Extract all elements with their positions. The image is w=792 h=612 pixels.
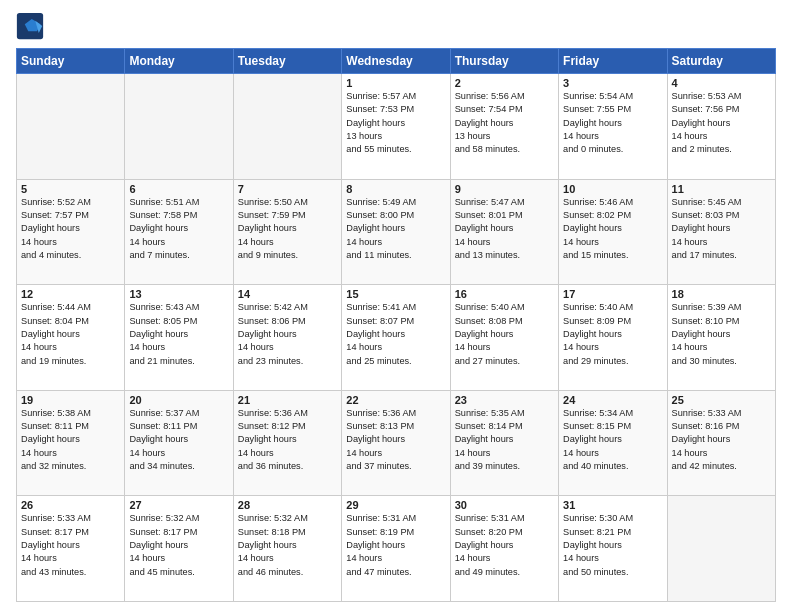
day-number: 11 — [672, 183, 771, 195]
day-info: Sunrise: 5:40 AMSunset: 8:09 PMDaylight … — [563, 301, 662, 368]
day-cell: 8 Sunrise: 5:49 AMSunset: 8:00 PMDayligh… — [342, 179, 450, 285]
day-info: Sunrise: 5:32 AMSunset: 8:18 PMDaylight … — [238, 512, 337, 579]
day-number: 14 — [238, 288, 337, 300]
day-info: Sunrise: 5:47 AMSunset: 8:01 PMDaylight … — [455, 196, 554, 263]
day-info: Sunrise: 5:56 AMSunset: 7:54 PMDaylight … — [455, 90, 554, 157]
day-number: 9 — [455, 183, 554, 195]
day-cell: 2 Sunrise: 5:56 AMSunset: 7:54 PMDayligh… — [450, 74, 558, 180]
dow-header: Friday — [559, 49, 667, 74]
day-info: Sunrise: 5:52 AMSunset: 7:57 PMDaylight … — [21, 196, 120, 263]
day-info: Sunrise: 5:44 AMSunset: 8:04 PMDaylight … — [21, 301, 120, 368]
day-info: Sunrise: 5:42 AMSunset: 8:06 PMDaylight … — [238, 301, 337, 368]
day-cell: 15 Sunrise: 5:41 AMSunset: 8:07 PMDaylig… — [342, 285, 450, 391]
day-number: 3 — [563, 77, 662, 89]
day-info: Sunrise: 5:34 AMSunset: 8:15 PMDaylight … — [563, 407, 662, 474]
header — [16, 12, 776, 40]
day-info: Sunrise: 5:51 AMSunset: 7:58 PMDaylight … — [129, 196, 228, 263]
calendar-week-row: 19 Sunrise: 5:38 AMSunset: 8:11 PMDaylig… — [17, 390, 776, 496]
day-cell: 16 Sunrise: 5:40 AMSunset: 8:08 PMDaylig… — [450, 285, 558, 391]
day-cell: 31 Sunrise: 5:30 AMSunset: 8:21 PMDaylig… — [559, 496, 667, 602]
day-cell: 12 Sunrise: 5:44 AMSunset: 8:04 PMDaylig… — [17, 285, 125, 391]
day-cell: 20 Sunrise: 5:37 AMSunset: 8:11 PMDaylig… — [125, 390, 233, 496]
day-cell: 25 Sunrise: 5:33 AMSunset: 8:16 PMDaylig… — [667, 390, 775, 496]
day-of-week-row: SundayMondayTuesdayWednesdayThursdayFrid… — [17, 49, 776, 74]
day-cell: 22 Sunrise: 5:36 AMSunset: 8:13 PMDaylig… — [342, 390, 450, 496]
day-number: 20 — [129, 394, 228, 406]
day-info: Sunrise: 5:40 AMSunset: 8:08 PMDaylight … — [455, 301, 554, 368]
empty-day-cell — [125, 74, 233, 180]
day-cell: 3 Sunrise: 5:54 AMSunset: 7:55 PMDayligh… — [559, 74, 667, 180]
day-number: 27 — [129, 499, 228, 511]
day-number: 24 — [563, 394, 662, 406]
day-number: 17 — [563, 288, 662, 300]
day-cell: 19 Sunrise: 5:38 AMSunset: 8:11 PMDaylig… — [17, 390, 125, 496]
day-cell: 13 Sunrise: 5:43 AMSunset: 8:05 PMDaylig… — [125, 285, 233, 391]
day-info: Sunrise: 5:33 AMSunset: 8:17 PMDaylight … — [21, 512, 120, 579]
day-info: Sunrise: 5:32 AMSunset: 8:17 PMDaylight … — [129, 512, 228, 579]
day-cell: 7 Sunrise: 5:50 AMSunset: 7:59 PMDayligh… — [233, 179, 341, 285]
day-cell: 5 Sunrise: 5:52 AMSunset: 7:57 PMDayligh… — [17, 179, 125, 285]
day-info: Sunrise: 5:45 AMSunset: 8:03 PMDaylight … — [672, 196, 771, 263]
day-number: 4 — [672, 77, 771, 89]
day-cell: 14 Sunrise: 5:42 AMSunset: 8:06 PMDaylig… — [233, 285, 341, 391]
day-number: 12 — [21, 288, 120, 300]
day-cell: 6 Sunrise: 5:51 AMSunset: 7:58 PMDayligh… — [125, 179, 233, 285]
day-cell: 10 Sunrise: 5:46 AMSunset: 8:02 PMDaylig… — [559, 179, 667, 285]
day-info: Sunrise: 5:41 AMSunset: 8:07 PMDaylight … — [346, 301, 445, 368]
day-number: 26 — [21, 499, 120, 511]
day-number: 13 — [129, 288, 228, 300]
day-info: Sunrise: 5:46 AMSunset: 8:02 PMDaylight … — [563, 196, 662, 263]
day-number: 6 — [129, 183, 228, 195]
calendar-week-row: 12 Sunrise: 5:44 AMSunset: 8:04 PMDaylig… — [17, 285, 776, 391]
day-number: 23 — [455, 394, 554, 406]
day-number: 15 — [346, 288, 445, 300]
page: SundayMondayTuesdayWednesdayThursdayFrid… — [0, 0, 792, 612]
day-number: 19 — [21, 394, 120, 406]
logo — [16, 12, 48, 40]
day-cell: 23 Sunrise: 5:35 AMSunset: 8:14 PMDaylig… — [450, 390, 558, 496]
day-info: Sunrise: 5:57 AMSunset: 7:53 PMDaylight … — [346, 90, 445, 157]
day-info: Sunrise: 5:31 AMSunset: 8:19 PMDaylight … — [346, 512, 445, 579]
day-info: Sunrise: 5:54 AMSunset: 7:55 PMDaylight … — [563, 90, 662, 157]
day-number: 25 — [672, 394, 771, 406]
day-cell: 1 Sunrise: 5:57 AMSunset: 7:53 PMDayligh… — [342, 74, 450, 180]
day-info: Sunrise: 5:35 AMSunset: 8:14 PMDaylight … — [455, 407, 554, 474]
day-info: Sunrise: 5:50 AMSunset: 7:59 PMDaylight … — [238, 196, 337, 263]
calendar-week-row: 26 Sunrise: 5:33 AMSunset: 8:17 PMDaylig… — [17, 496, 776, 602]
day-info: Sunrise: 5:38 AMSunset: 8:11 PMDaylight … — [21, 407, 120, 474]
day-info: Sunrise: 5:53 AMSunset: 7:56 PMDaylight … — [672, 90, 771, 157]
day-info: Sunrise: 5:37 AMSunset: 8:11 PMDaylight … — [129, 407, 228, 474]
day-number: 18 — [672, 288, 771, 300]
calendar-table: SundayMondayTuesdayWednesdayThursdayFrid… — [16, 48, 776, 602]
day-cell: 17 Sunrise: 5:40 AMSunset: 8:09 PMDaylig… — [559, 285, 667, 391]
calendar-week-row: 1 Sunrise: 5:57 AMSunset: 7:53 PMDayligh… — [17, 74, 776, 180]
calendar-week-row: 5 Sunrise: 5:52 AMSunset: 7:57 PMDayligh… — [17, 179, 776, 285]
dow-header: Wednesday — [342, 49, 450, 74]
dow-header: Sunday — [17, 49, 125, 74]
day-cell: 26 Sunrise: 5:33 AMSunset: 8:17 PMDaylig… — [17, 496, 125, 602]
day-info: Sunrise: 5:31 AMSunset: 8:20 PMDaylight … — [455, 512, 554, 579]
dow-header: Tuesday — [233, 49, 341, 74]
day-number: 16 — [455, 288, 554, 300]
day-info: Sunrise: 5:36 AMSunset: 8:12 PMDaylight … — [238, 407, 337, 474]
day-number: 31 — [563, 499, 662, 511]
day-number: 22 — [346, 394, 445, 406]
day-cell: 11 Sunrise: 5:45 AMSunset: 8:03 PMDaylig… — [667, 179, 775, 285]
day-info: Sunrise: 5:30 AMSunset: 8:21 PMDaylight … — [563, 512, 662, 579]
day-cell: 21 Sunrise: 5:36 AMSunset: 8:12 PMDaylig… — [233, 390, 341, 496]
day-cell: 4 Sunrise: 5:53 AMSunset: 7:56 PMDayligh… — [667, 74, 775, 180]
day-info: Sunrise: 5:36 AMSunset: 8:13 PMDaylight … — [346, 407, 445, 474]
day-number: 5 — [21, 183, 120, 195]
day-number: 29 — [346, 499, 445, 511]
dow-header: Saturday — [667, 49, 775, 74]
day-cell: 24 Sunrise: 5:34 AMSunset: 8:15 PMDaylig… — [559, 390, 667, 496]
day-info: Sunrise: 5:49 AMSunset: 8:00 PMDaylight … — [346, 196, 445, 263]
day-number: 7 — [238, 183, 337, 195]
day-info: Sunrise: 5:43 AMSunset: 8:05 PMDaylight … — [129, 301, 228, 368]
day-number: 10 — [563, 183, 662, 195]
empty-day-cell — [667, 496, 775, 602]
day-cell: 28 Sunrise: 5:32 AMSunset: 8:18 PMDaylig… — [233, 496, 341, 602]
dow-header: Monday — [125, 49, 233, 74]
day-number: 2 — [455, 77, 554, 89]
day-info: Sunrise: 5:39 AMSunset: 8:10 PMDaylight … — [672, 301, 771, 368]
